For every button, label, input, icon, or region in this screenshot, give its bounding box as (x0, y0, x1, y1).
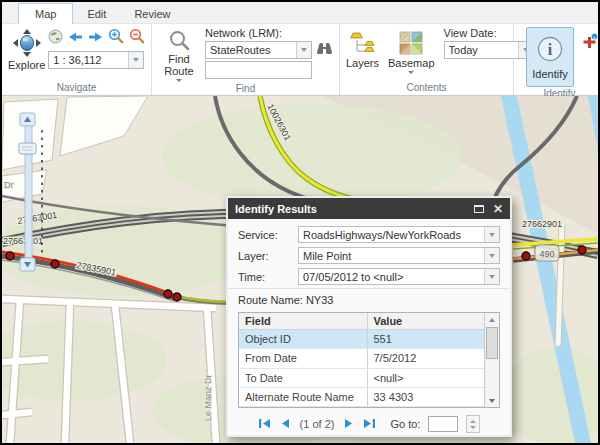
view-date-value: Today (445, 44, 518, 56)
group-label-find: Find (152, 82, 339, 95)
table-header-value[interactable]: Value (367, 313, 484, 330)
table-row[interactable]: Object ID 551 (239, 330, 484, 349)
table-cell-field[interactable]: From Date (239, 349, 367, 368)
previous-page-button[interactable] (279, 418, 290, 431)
table-row[interactable]: Alternate Route Name 33 4303 (239, 387, 484, 406)
full-extent-globe-icon[interactable] (48, 29, 63, 48)
spinner-up-icon[interactable] (470, 420, 476, 423)
zoom-slider-handle[interactable] (19, 143, 36, 154)
layers-icon (350, 31, 376, 57)
route-input[interactable] (205, 61, 312, 79)
route-point-marker[interactable] (173, 293, 181, 301)
ribbon-tabbar: Map Edit Review (2, 2, 598, 24)
time-label: Time: (238, 271, 298, 283)
layer-label: Layer: (238, 250, 298, 262)
ribbon-body: Explore (2, 24, 598, 96)
chevron-down-icon[interactable] (484, 227, 499, 242)
route-name-value: NY33 (306, 294, 334, 306)
scroll-up-icon[interactable] (485, 313, 499, 326)
route-point-marker[interactable] (51, 260, 59, 268)
attribute-table: Field Value Object ID 551 From Date (238, 312, 500, 408)
previous-extent-arrow-icon[interactable] (68, 29, 83, 47)
goto-input[interactable] (428, 416, 458, 432)
identify-button[interactable]: i Identify (526, 27, 574, 87)
identify-label: Identify (532, 68, 567, 80)
dialog-titlebar[interactable]: Identify Results ✕ (228, 198, 510, 219)
network-combobox[interactable]: StateRoutes (205, 41, 312, 59)
pagination-bar: (1 of 2) Go to: (238, 408, 500, 433)
zoom-in-icon[interactable] (108, 28, 124, 48)
basemap-button[interactable]: Basemap (388, 27, 434, 81)
maximize-icon[interactable] (474, 205, 484, 213)
find-route-label-1: Find (168, 53, 189, 65)
highway-shield-490: 490 (535, 245, 559, 261)
first-page-button[interactable] (258, 418, 271, 431)
last-page-button[interactable] (363, 418, 376, 431)
group-identify: i Identify i Identify (514, 24, 598, 95)
network-lrm-label: Network (LRM): (205, 27, 333, 41)
tab-review[interactable]: Review (120, 4, 184, 23)
time-value: 07/05/2012 to <null> (299, 271, 484, 283)
service-label: Service: (238, 229, 298, 241)
page-indicator: (1 of 2) (298, 418, 337, 430)
layers-button[interactable]: Layers (346, 27, 379, 81)
goto-spinner[interactable] (466, 415, 480, 433)
table-row[interactable]: To Date <null> (239, 368, 484, 387)
find-route-magnifier-icon (169, 30, 190, 53)
app-frame: Map Edit Review (2, 2, 598, 443)
explore-label: Explore (8, 59, 45, 71)
basemap-label: Basemap (388, 57, 434, 69)
dialog-title: Identify Results (235, 203, 474, 215)
scale-combobox[interactable]: 1 : 36,112 (48, 51, 144, 69)
find-route-button[interactable]: Find Route (158, 27, 200, 82)
table-row[interactable]: From Date 7/5/2012 (239, 349, 484, 368)
chevron-down-icon[interactable] (128, 52, 143, 68)
app-window: Map Edit Review (0, 0, 600, 445)
route-point-marker[interactable] (6, 252, 14, 260)
map-view[interactable]: 490 27663001 27663101 27835901 10026301 … (2, 96, 598, 443)
chevron-down-icon[interactable] (296, 42, 311, 58)
route-point-marker[interactable] (522, 252, 530, 260)
next-page-button[interactable] (344, 418, 355, 431)
explore-button[interactable]: Explore (8, 27, 45, 81)
group-navigate: Explore (2, 24, 152, 95)
goto-label: Go to: (390, 418, 420, 430)
table-cell-value[interactable]: 7/5/2012 (367, 349, 484, 368)
table-cell-value[interactable]: 551 (367, 330, 484, 349)
tab-edit[interactable]: Edit (73, 4, 120, 23)
table-header-field[interactable]: Field (239, 313, 367, 330)
identify-route-location-icon[interactable]: i (581, 33, 598, 87)
find-route-label-2: Route (164, 65, 193, 77)
route-point-marker[interactable] (164, 290, 172, 298)
service-value: RoadsHighways/NewYorkRoads (299, 229, 484, 241)
route-name-label: Route Name: (238, 294, 303, 306)
table-cell-value[interactable]: 33 4303 (367, 387, 484, 406)
close-icon[interactable]: ✕ (493, 204, 503, 214)
street-label-dr: Dr (4, 180, 14, 190)
table-cell-field[interactable]: Object ID (239, 330, 367, 349)
scrollbar-track[interactable] (485, 326, 499, 394)
dialog-body: Service: RoadsHighways/NewYorkRoads Laye… (228, 219, 510, 433)
table-cell-field[interactable]: To Date (239, 368, 367, 387)
network-value: StateRoutes (206, 44, 296, 56)
street-label-le-manz-dr: Le Manz Dr (203, 374, 213, 421)
layer-combobox[interactable]: Mile Point (298, 247, 500, 264)
chevron-down-icon[interactable] (484, 269, 499, 284)
binoculars-icon[interactable] (316, 41, 333, 59)
next-extent-arrow-icon[interactable] (88, 29, 103, 47)
scrollbar-thumb[interactable] (486, 327, 498, 359)
zoom-out-icon[interactable] (129, 28, 145, 48)
table-cell-field[interactable]: Alternate Route Name (239, 387, 367, 406)
ribbon: Map Edit Review (2, 2, 598, 96)
scale-value: 1 : 36,112 (49, 54, 128, 66)
service-combobox[interactable]: RoadsHighways/NewYorkRoads (298, 226, 500, 243)
scroll-down-icon[interactable] (485, 394, 499, 407)
tab-map[interactable]: Map (18, 3, 73, 24)
group-label-navigate: Navigate (2, 81, 151, 95)
route-point-marker[interactable] (578, 246, 586, 254)
chevron-down-icon[interactable] (484, 248, 499, 263)
time-combobox[interactable]: 07/05/2012 to <null> (298, 268, 500, 285)
spinner-down-icon[interactable] (470, 426, 476, 429)
table-scrollbar[interactable] (484, 313, 499, 407)
table-cell-value[interactable]: <null> (367, 368, 484, 387)
